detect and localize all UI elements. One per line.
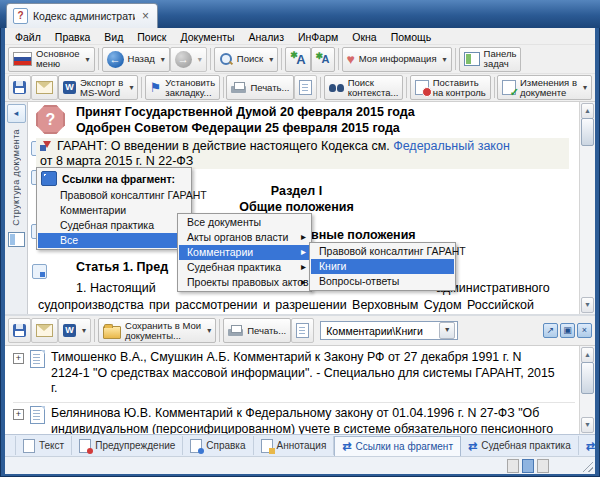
chapter-heading-fragment: вные положения [311, 228, 416, 242]
results-save-button[interactable] [8, 318, 31, 343]
results-print-label: Печать... [247, 326, 286, 336]
main-toolbar: Основное меню ← Назад → Поиск ✱A ✱A [5, 44, 595, 73]
menu-view[interactable]: Вид [98, 31, 129, 43]
menu-item-authority-acts[interactable]: Акты органов власти [179, 230, 310, 245]
menu-item-legal-consulting[interactable]: Правовой консалтинг ГАРАНТ [311, 244, 454, 259]
document-tab[interactable]: ? Кодекс административ... × [6, 3, 158, 28]
menu-item-legal-consulting[interactable]: Правовой консалтинг ГАРАНТ [38, 188, 190, 203]
email-icon [36, 324, 53, 337]
tab-comments[interactable]: ⇄ Комментарии [579, 436, 600, 455]
tab-court-practice[interactable]: ⇄ Судебная практика [461, 436, 579, 455]
menu-analysis[interactable]: Анализ [243, 31, 290, 43]
menu-item-all-documents[interactable]: Все документы [179, 215, 310, 230]
bottom-tabs-bar: Текст Предупреждение Справка Аннотация ⇄… [5, 434, 595, 456]
fragment-link-icon[interactable] [32, 264, 47, 279]
list-item[interactable]: + Тимошенко В.А., Смушкин А.Б. Комментар… [13, 350, 575, 397]
status-icons [504, 459, 549, 473]
menu-windows[interactable]: Окна [346, 31, 382, 43]
maximize-panel-icon[interactable]: ▣ [560, 323, 575, 338]
document-changes-button[interactable]: Изменения в документе [497, 75, 592, 100]
email-button[interactable] [31, 75, 58, 100]
print-button[interactable]: Печать... [226, 75, 294, 100]
menu-item-comments[interactable]: Комментарии [179, 245, 310, 260]
tab-reference[interactable]: Справка [183, 436, 253, 455]
link-arrows-icon: ⇄ [342, 440, 351, 452]
results-toolbar: W Сохранить в Мои документы... Печать...… [5, 314, 595, 345]
main-menu-button[interactable]: Основное меню [8, 47, 95, 72]
menu-item-court-practice[interactable]: Судебная практика [179, 260, 310, 275]
results-filter-combobox[interactable]: Комментарии\Книги ▼ [320, 321, 458, 340]
result-text[interactable]: Тимошенко В.А., Смушкин А.Б. Комментарий… [51, 350, 556, 397]
resize-grip[interactable] [582, 461, 593, 472]
scroll-down-icon[interactable]: ▼ [581, 297, 594, 313]
export-word-button[interactable]: W Экспорт в MS-Word [58, 75, 138, 100]
toolbar-separator [281, 48, 282, 70]
page-icon [296, 323, 309, 338]
status-doc-selected-icon[interactable] [522, 459, 534, 473]
search-button[interactable]: Поиск [214, 47, 278, 72]
results-print-preview-button[interactable] [291, 318, 314, 343]
document-icon [30, 350, 45, 368]
tab-text[interactable]: Текст [15, 436, 72, 455]
tab-fragment-links[interactable]: ⇄ Ссылки на фрагмент [334, 436, 461, 456]
results-scroll-thumb[interactable] [581, 362, 594, 394]
garant-help-icon[interactable]: ? [36, 105, 65, 134]
result-text[interactable]: Белянинова Ю.В. Комментарий к Федерально… [51, 406, 556, 434]
document-icon [30, 406, 45, 424]
results-scrollbar[interactable]: ▲ ▼ [579, 346, 595, 434]
results-export-word-button[interactable]: W [58, 318, 91, 343]
menu-search[interactable]: Поиск [131, 31, 172, 43]
structure-sidebar: ◂ Структура документа [5, 102, 28, 314]
results-print-button[interactable]: Печать... [223, 318, 291, 343]
expand-icon[interactable]: + [13, 353, 24, 364]
document-scroll-thumb[interactable] [581, 118, 594, 146]
close-panel-icon[interactable]: × [577, 323, 592, 338]
combobox-dropdown-icon[interactable]: ▼ [439, 322, 455, 339]
save-to-my-documents-button[interactable]: Сохранить в Мои документы... [98, 318, 216, 343]
menu-item-books[interactable]: Книги [311, 259, 454, 274]
print-preview-button[interactable] [294, 75, 317, 100]
font-increase-button[interactable]: ✱A [285, 47, 310, 72]
warning-page-icon [79, 439, 91, 453]
menu-item-questions-answers[interactable]: Вопросы-ответы [311, 274, 454, 289]
menu-item-comments[interactable]: Комментарии [38, 203, 190, 218]
results-email-button[interactable] [31, 318, 58, 343]
expand-icon[interactable]: + [13, 409, 24, 420]
menu-documents[interactable]: Документы [174, 31, 240, 43]
toolbar-separator [338, 48, 339, 70]
menu-file[interactable]: Файл [9, 31, 47, 43]
list-item[interactable]: + Белянинова Ю.В. Комментарий к Федераль… [13, 402, 575, 434]
fragment-links-icon [41, 171, 57, 186]
sidebar-vertical-label[interactable]: Структура документа [11, 129, 21, 226]
context-search-button[interactable]: Поиск контекста... [324, 75, 404, 100]
scroll-up-icon[interactable]: ▲ [581, 347, 594, 363]
collapse-sidebar-button[interactable]: ◂ [7, 104, 26, 123]
forward-button[interactable]: → [170, 47, 207, 72]
document-scrollbar[interactable]: ▲ ▼ [579, 102, 595, 314]
open-in-window-icon[interactable]: ↗ [543, 323, 558, 338]
scroll-down-icon[interactable]: ▼ [581, 417, 594, 433]
save-button[interactable] [8, 75, 31, 100]
menu-inpharm[interactable]: ИнФарм [292, 31, 344, 43]
my-information-button[interactable]: ♥ Моя информация [342, 47, 452, 72]
menu-help[interactable]: Помощь [385, 31, 438, 43]
menu-edit[interactable]: Правка [49, 31, 96, 43]
scroll-up-icon[interactable]: ▲ [581, 103, 594, 119]
menu-item-draft-acts[interactable]: Проекты правовых актов [179, 275, 310, 290]
menu-item-all[interactable]: Все [38, 233, 190, 248]
tab-close-icon[interactable]: × [140, 9, 151, 23]
toolbar-separator [219, 319, 220, 342]
status-doc-icon[interactable] [537, 459, 549, 473]
put-on-control-button[interactable]: Поставить на контроль [410, 75, 491, 100]
font-decrease-icon: ✱A [316, 53, 330, 65]
status-doc-icon[interactable] [507, 459, 519, 473]
federal-law-link[interactable]: Федеральный закон [393, 139, 510, 153]
font-decrease-button[interactable]: ✱A [311, 47, 335, 72]
menu-item-court-practice[interactable]: Судебная практика [38, 218, 190, 233]
structure-panel-icon[interactable] [8, 232, 25, 247]
set-bookmark-button[interactable]: ⚑ Установить закладку... [145, 75, 221, 100]
task-panel-button[interactable]: Панель задач [459, 47, 522, 72]
tab-annotation[interactable]: Аннотация [254, 436, 335, 455]
back-button[interactable]: ← Назад [102, 47, 170, 72]
tab-warning[interactable]: Предупреждение [72, 436, 183, 455]
